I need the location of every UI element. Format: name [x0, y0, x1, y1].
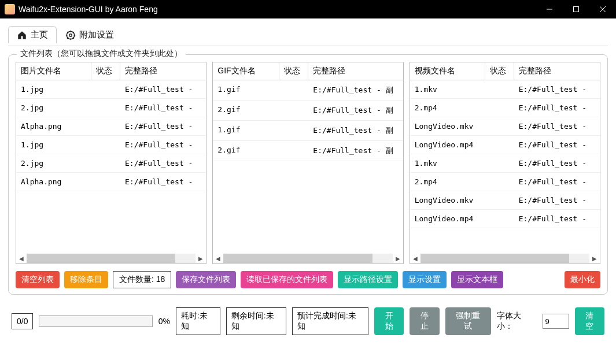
tab-home[interactable]: 主页: [8, 26, 57, 43]
cell-name: 1.mkv: [410, 154, 485, 172]
show-settings-button[interactable]: 显示设置: [403, 271, 447, 288]
video-table-hscroll[interactable]: ◀ ▶: [410, 253, 600, 263]
cell-name: 2.mp4: [410, 99, 485, 117]
scroll-right-icon[interactable]: ▶: [196, 253, 206, 263]
cell-status: [485, 210, 514, 228]
table-row[interactable]: 2.gifE:/#Full_test - 副: [213, 141, 403, 161]
scroll-left-icon[interactable]: ◀: [410, 253, 420, 263]
col-status[interactable]: 状态: [485, 62, 514, 80]
cell-name: 2.jpg: [16, 154, 91, 172]
table-row[interactable]: LongVideo.mkvE:/#Full_test -: [410, 117, 600, 136]
table-row[interactable]: 1.jpgE:/#Full_test -: [16, 136, 206, 154]
video-table[interactable]: 视频文件名 状态 完整路径 1.mkvE:/#Full_test -2.mp4E…: [410, 62, 600, 264]
force-retry-button[interactable]: 强制重试: [445, 307, 491, 335]
col-path[interactable]: 完整路径: [120, 62, 206, 80]
window-close-button[interactable]: [589, 0, 616, 18]
cell-path: E:/#Full_test - 副: [308, 121, 403, 140]
cell-name: 1.gif: [213, 121, 279, 140]
table-row[interactable]: 1.gifE:/#Full_test - 副: [213, 121, 403, 141]
group-title: 文件列表（您可以拖拽文件或文件夹到此处）: [17, 49, 186, 59]
font-size-input[interactable]: [543, 314, 569, 329]
cell-path: E:/#Full_test -: [120, 99, 206, 117]
scroll-left-icon[interactable]: ◀: [16, 253, 27, 263]
table-row[interactable]: 1.jpgE:/#Full_test -: [16, 80, 206, 99]
clear-button[interactable]: 清空: [575, 307, 604, 335]
cell-status: [485, 117, 514, 135]
svg-point-5: [69, 34, 72, 36]
image-table-hscroll[interactable]: ◀ ▶: [16, 253, 206, 263]
clear-list-button[interactable]: 清空列表: [16, 271, 60, 288]
show-path-button[interactable]: 显示路径设置: [338, 271, 398, 288]
elapsed-label: 耗时:未知: [176, 307, 220, 335]
col-status[interactable]: 状态: [279, 62, 308, 80]
stop-button[interactable]: 停止: [410, 307, 439, 335]
table-row[interactable]: 1.gifE:/#Full_test - 副: [213, 80, 403, 101]
cell-status: [485, 173, 514, 191]
table-row[interactable]: 2.mp4E:/#Full_test -: [410, 99, 600, 117]
table-row[interactable]: 2.jpgE:/#Full_test -: [16, 154, 206, 173]
cell-status: [279, 80, 308, 100]
table-row[interactable]: 1.mkvE:/#Full_test -: [410, 154, 600, 173]
table-row[interactable]: 2.mp4E:/#Full_test -: [410, 173, 600, 191]
col-vid-name[interactable]: 视频文件名: [410, 62, 485, 80]
cell-status: [279, 101, 308, 120]
cell-name: LongVideo.mp4: [410, 136, 485, 154]
cell-name: Alpha.png: [16, 173, 91, 191]
cell-status: [91, 173, 120, 191]
eta-label: 预计完成时间:未知: [292, 307, 368, 335]
col-path[interactable]: 完整路径: [514, 62, 600, 80]
cell-path: E:/#Full_test -: [120, 173, 206, 191]
col-img-name[interactable]: 图片文件名: [16, 62, 91, 80]
col-gif-name[interactable]: GIF文件名: [213, 62, 279, 80]
table-row[interactable]: Alpha.pngE:/#Full_test -: [16, 117, 206, 136]
table-row[interactable]: LongVideo.mp4E:/#Full_test -: [410, 210, 600, 228]
cell-path: E:/#Full_test - 副: [308, 141, 403, 161]
cell-path: E:/#Full_test -: [514, 80, 600, 98]
table-row[interactable]: LongVideo.mkvE:/#Full_test -: [410, 191, 600, 210]
scroll-left-icon[interactable]: ◀: [213, 253, 223, 263]
progress-bar: [39, 315, 152, 327]
table-row[interactable]: Alpha.pngE:/#Full_test -: [16, 173, 206, 191]
tab-settings[interactable]: 附加设置: [57, 26, 123, 43]
remaining-label: 剩余时间:未知: [226, 307, 286, 335]
cell-name: 1.mkv: [410, 80, 485, 98]
cell-status: [91, 80, 120, 98]
gif-table[interactable]: GIF文件名 状态 完整路径 1.gifE:/#Full_test - 副2.g…: [212, 62, 403, 264]
cell-name: 2.gif: [213, 141, 279, 161]
cell-name: 1.jpg: [16, 136, 91, 154]
col-path[interactable]: 完整路径: [308, 62, 403, 80]
cell-path: E:/#Full_test -: [514, 117, 600, 135]
scroll-right-icon[interactable]: ▶: [393, 253, 403, 263]
gear-icon: [65, 30, 76, 40]
cell-status: [91, 154, 120, 172]
table-row[interactable]: 2.gifE:/#Full_test - 副: [213, 101, 403, 121]
table-row[interactable]: LongVideo.mp4E:/#Full_test -: [410, 136, 600, 154]
cell-status: [91, 117, 120, 135]
minimize-button[interactable]: 最小化: [565, 271, 600, 288]
cell-name: LongVideo.mkv: [410, 117, 485, 135]
cell-status: [485, 80, 514, 98]
gif-table-hscroll[interactable]: ◀ ▶: [213, 253, 403, 263]
cell-status: [485, 136, 514, 154]
show-textbox-button[interactable]: 显示文本框: [451, 271, 503, 288]
cell-path: E:/#Full_test -: [514, 99, 600, 117]
table-row[interactable]: 1.mkvE:/#Full_test -: [410, 80, 600, 99]
window-maximize-button[interactable]: [563, 0, 589, 18]
cell-path: E:/#Full_test -: [120, 136, 206, 154]
window-minimize-button[interactable]: [536, 0, 563, 18]
scroll-right-icon[interactable]: ▶: [589, 253, 600, 263]
start-button[interactable]: 开始: [374, 307, 404, 335]
load-list-button[interactable]: 读取已保存的文件列表: [241, 271, 333, 288]
cell-path: E:/#Full_test - 副: [308, 80, 403, 100]
cell-name: 2.mp4: [410, 173, 485, 191]
col-status[interactable]: 状态: [91, 62, 120, 80]
cell-path: E:/#Full_test -: [514, 136, 600, 154]
save-list-button[interactable]: 保存文件列表: [176, 271, 236, 288]
font-size-label: 字体大小：: [497, 311, 537, 332]
remove-item-button[interactable]: 移除条目: [64, 271, 108, 288]
cell-status: [91, 99, 120, 117]
image-table[interactable]: 图片文件名 状态 完整路径 1.jpgE:/#Full_test -2.jpgE…: [16, 62, 206, 264]
table-row[interactable]: 2.jpgE:/#Full_test -: [16, 99, 206, 117]
cell-status: [279, 121, 308, 140]
cell-name: 1.jpg: [16, 80, 91, 98]
